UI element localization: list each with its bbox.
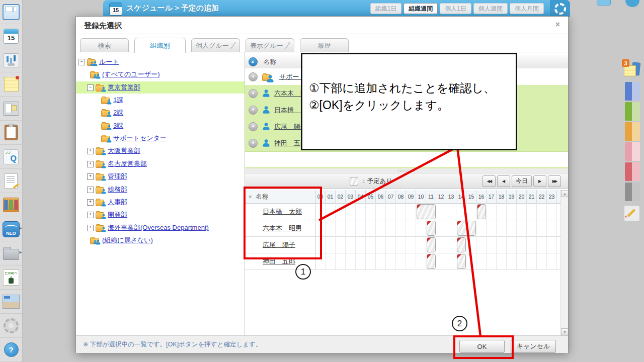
sidebar-item-help[interactable]: ? xyxy=(0,338,22,362)
hour-cell[interactable] xyxy=(336,220,346,236)
tab[interactable]: 検索 xyxy=(80,38,129,52)
hour-cell[interactable] xyxy=(346,236,356,253)
expand-icon[interactable]: + xyxy=(87,199,94,206)
add-all-button[interactable]: » xyxy=(249,57,258,66)
tree-item[interactable]: 2課 xyxy=(76,107,245,119)
settings-button[interactable] xyxy=(550,0,570,17)
add-member-button[interactable]: ▼ xyxy=(249,139,258,148)
tree-item-label[interactable]: 人事部 xyxy=(108,198,127,207)
hour-cell[interactable] xyxy=(527,236,537,253)
busy-block[interactable] xyxy=(427,221,436,236)
quick-tab-pink[interactable] xyxy=(625,142,640,161)
hour-cell[interactable] xyxy=(487,253,497,269)
hour-cell[interactable] xyxy=(336,236,346,253)
quick-tab-green[interactable] xyxy=(625,102,640,121)
expand-icon[interactable]: + xyxy=(87,148,94,154)
expand-icon[interactable]: + xyxy=(87,161,94,167)
sidebar-item-facility[interactable] xyxy=(0,48,22,72)
tab[interactable]: 組織別 xyxy=(134,38,186,53)
scroll-down-icon[interactable]: ▼ xyxy=(561,328,568,335)
hour-cell[interactable] xyxy=(346,253,356,269)
hour-cell[interactable] xyxy=(386,253,396,269)
hour-cell[interactable] xyxy=(537,220,547,236)
hour-cell[interactable] xyxy=(366,220,376,236)
sidebar-item-todo[interactable]: Q xyxy=(0,145,22,169)
tab[interactable]: 履歴 xyxy=(300,38,349,52)
hour-cell[interactable] xyxy=(527,253,537,269)
hour-cell[interactable] xyxy=(547,220,557,236)
hour-cell[interactable] xyxy=(356,253,366,269)
hour-cell[interactable] xyxy=(366,236,376,253)
pane-splitter[interactable]: ∷∷∷∷∷ xyxy=(245,168,568,173)
hour-cell[interactable] xyxy=(517,203,527,220)
hour-cell[interactable] xyxy=(446,220,456,236)
tree-item[interactable]: +総務部 xyxy=(76,184,245,196)
hour-cell[interactable] xyxy=(476,236,487,253)
hour-cell[interactable] xyxy=(386,203,396,220)
quick-tab-red[interactable] xyxy=(625,162,640,181)
hour-cell[interactable] xyxy=(537,253,547,269)
tree-item-label[interactable]: 名古屋営業部 xyxy=(108,159,147,168)
hour-cell[interactable] xyxy=(476,220,487,236)
sidebar-item-portal[interactable] xyxy=(0,0,22,24)
hour-cell[interactable] xyxy=(376,220,386,236)
expand-icon[interactable]: + xyxy=(87,225,94,231)
tree-item-label[interactable]: 1課 xyxy=(113,96,123,105)
sidebar-item-bulletin[interactable] xyxy=(0,97,22,121)
hour-cell[interactable] xyxy=(376,236,386,253)
hour-cell[interactable] xyxy=(406,203,416,220)
hour-cell[interactable] xyxy=(466,203,476,220)
sidebar-item-schedule[interactable]: 15 xyxy=(0,24,22,48)
tree-item[interactable]: +名古屋営業部 xyxy=(76,158,245,170)
hour-cell[interactable] xyxy=(376,253,386,269)
expand-icon[interactable]: + xyxy=(87,173,94,180)
tree-item-label[interactable]: 東京営業部 xyxy=(108,83,140,92)
hour-cell[interactable] xyxy=(356,220,366,236)
next-day-button[interactable]: ▶ xyxy=(533,175,546,187)
view-button[interactable]: 組織週間 xyxy=(404,3,438,14)
busy-block[interactable] xyxy=(477,204,486,219)
hour-cell[interactable] xyxy=(547,253,557,269)
hour-cell[interactable] xyxy=(497,203,507,220)
hour-cell[interactable] xyxy=(326,253,336,269)
hour-cell[interactable] xyxy=(396,220,406,236)
next-week-button[interactable]: ▶▶ xyxy=(548,175,561,187)
hour-cell[interactable] xyxy=(336,253,346,269)
hour-cell[interactable] xyxy=(497,236,507,253)
hour-cell[interactable] xyxy=(356,236,366,253)
hour-cell[interactable] xyxy=(336,203,346,220)
tree-item[interactable]: (すべてのユーザー) xyxy=(76,68,245,80)
hour-cell[interactable] xyxy=(446,236,456,253)
hour-cell[interactable] xyxy=(527,220,537,236)
sidebar-item-banner[interactable] xyxy=(0,290,22,314)
hour-cell[interactable] xyxy=(537,203,547,220)
today-button[interactable]: 今日 xyxy=(512,175,532,187)
tree-item[interactable]: +開発部 xyxy=(76,209,245,221)
hour-cell[interactable] xyxy=(487,203,497,220)
tree-item[interactable]: +管理部 xyxy=(76,170,245,183)
add-member-button[interactable]: ▼ xyxy=(249,72,258,81)
hour-cell[interactable] xyxy=(446,253,456,269)
add-member-button[interactable]: ▼ xyxy=(249,122,258,131)
hour-cell[interactable] xyxy=(517,253,527,269)
hour-cell[interactable] xyxy=(547,236,557,253)
quick-tab-blue[interactable] xyxy=(625,82,640,101)
hour-cell[interactable] xyxy=(346,203,356,220)
view-button[interactable]: 個人1日 xyxy=(440,3,471,14)
tree-item-label[interactable]: 開発部 xyxy=(108,210,127,219)
hour-cell[interactable] xyxy=(386,236,396,253)
tree-item-label[interactable]: 総務部 xyxy=(108,185,127,194)
sidebar-item-document[interactable] xyxy=(0,193,22,217)
edit-pencil-icon[interactable] xyxy=(624,205,640,221)
busy-block[interactable] xyxy=(427,237,436,252)
view-button[interactable]: 個人月間 xyxy=(510,3,544,14)
add-member-button[interactable]: ▼ xyxy=(249,89,258,98)
hour-cell[interactable] xyxy=(406,236,416,253)
hour-cell[interactable] xyxy=(366,203,376,220)
hour-cell[interactable] xyxy=(487,220,497,236)
view-button[interactable]: 組織1日 xyxy=(370,3,402,14)
hour-cell[interactable] xyxy=(487,236,497,253)
hour-cell[interactable] xyxy=(436,236,446,253)
hour-cell[interactable] xyxy=(436,203,446,220)
tree-item-label[interactable]: (組織に属さない) xyxy=(102,236,153,245)
